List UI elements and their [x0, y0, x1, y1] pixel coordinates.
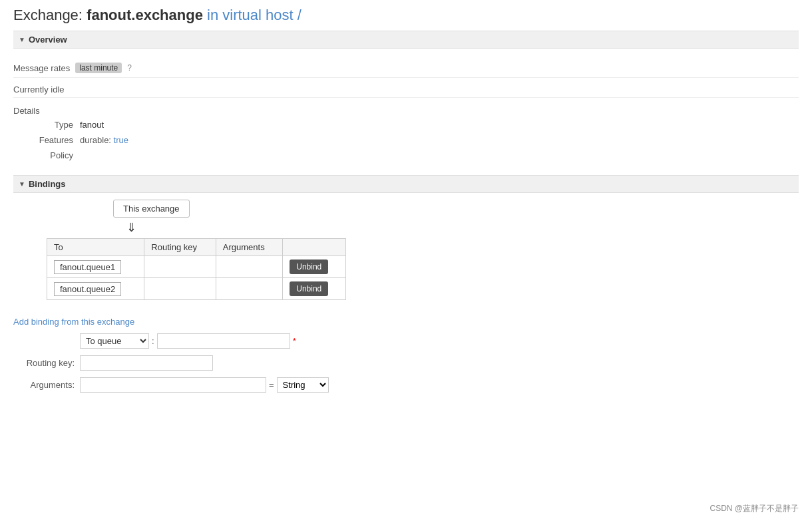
col-arguments: Arguments — [216, 239, 283, 256]
form-colon: : — [152, 336, 154, 346]
col-to: To — [47, 239, 144, 256]
features-label: durable: — [80, 135, 111, 145]
overview-content: Message rates last minute ? Currently id… — [13, 55, 799, 175]
this-exchange-button[interactable]: This exchange — [113, 200, 190, 218]
queue1-action-cell: Unbind — [283, 256, 346, 278]
type-value: fanout — [80, 120, 104, 130]
details-label: Details — [13, 106, 799, 116]
down-arrow-icon: ⇓ — [126, 220, 136, 235]
queue2-cell: fanout.queue2 — [47, 278, 144, 300]
equals-sign: = — [269, 380, 274, 390]
bindings-header-row: To Routing key Arguments — [47, 239, 346, 256]
routing-key-input[interactable] — [80, 355, 213, 371]
string-type-select[interactable]: String Number Boolean — [277, 377, 329, 393]
details-row-features: Features durable: true — [27, 135, 799, 145]
features-extra: true — [114, 135, 128, 145]
details-row-type: Type fanout — [27, 120, 799, 130]
routing-key-label: Routing key: — [20, 358, 80, 368]
title-prefix: Exchange: — [13, 7, 83, 23]
table-row: fanout.queue2 Unbind — [47, 278, 346, 300]
exchange-name: fanout.exchange — [87, 7, 203, 23]
queue2-arguments — [216, 278, 283, 300]
queue2-action-cell: Unbind — [283, 278, 346, 300]
col-action — [283, 239, 346, 256]
unbind-queue2-button[interactable]: Unbind — [290, 281, 328, 296]
details-table: Type fanout Features durable: true Polic… — [27, 120, 799, 160]
features-key: Features — [27, 135, 80, 145]
add-binding-title: Add binding from this exchange — [13, 317, 799, 327]
queue1-cell: fanout.queue1 — [47, 256, 144, 278]
add-binding-section: Add binding from this exchange To queue … — [13, 313, 799, 393]
bindings-table-header: To Routing key Arguments — [47, 239, 346, 256]
queue1-routing-key — [144, 256, 216, 278]
arguments-input[interactable] — [80, 377, 266, 393]
currently-idle-status: Currently idle — [13, 82, 799, 98]
queue1-name: fanout.queue1 — [54, 260, 121, 274]
details-row-policy: Policy — [27, 150, 799, 160]
destination-select[interactable]: To queue To exchange — [80, 333, 149, 349]
unbind-queue1-button[interactable]: Unbind — [290, 260, 328, 274]
help-icon[interactable]: ? — [127, 63, 132, 73]
bindings-table-body: fanout.queue1 Unbind fanout.queue2 U — [47, 256, 346, 300]
queue2-name: fanout.queue2 — [54, 282, 121, 296]
features-value: durable: true — [80, 135, 128, 145]
title-suffix: in virtual host / — [207, 7, 302, 23]
arguments-form-row: Arguments: = String Number Boolean — [20, 377, 799, 393]
page-container: Exchange: fanout.exchange in virtual hos… — [0, 0, 812, 406]
message-rates-label: Message rates — [13, 63, 70, 73]
destination-form-row: To queue To exchange : * — [20, 333, 799, 349]
bindings-section-title: Bindings — [29, 179, 66, 189]
message-rates-row: Message rates last minute ? — [13, 59, 799, 78]
bindings-content: This exchange ⇓ To Routing key Arguments… — [13, 200, 799, 300]
required-marker: * — [293, 336, 296, 346]
page-title: Exchange: fanout.exchange in virtual hos… — [13, 7, 799, 24]
overview-arrow-icon: ▼ — [19, 36, 25, 43]
destination-input[interactable] — [157, 333, 290, 349]
message-rates-badge[interactable]: last minute — [75, 63, 122, 73]
overview-section-header[interactable]: ▼ Overview — [13, 31, 799, 49]
this-exchange-container: This exchange ⇓ — [113, 200, 799, 235]
type-key: Type — [27, 120, 80, 130]
col-routing-key: Routing key — [144, 239, 216, 256]
policy-key: Policy — [27, 150, 80, 160]
routing-key-form-row: Routing key: — [20, 355, 799, 371]
bindings-arrow-icon: ▼ — [19, 180, 25, 188]
bindings-table: To Routing key Arguments fanout.queue1 U… — [47, 238, 346, 300]
overview-section-title: Overview — [29, 35, 67, 45]
queue1-arguments — [216, 256, 283, 278]
arguments-label: Arguments: — [20, 380, 80, 390]
table-row: fanout.queue1 Unbind — [47, 256, 346, 278]
bindings-section-header[interactable]: ▼ Bindings — [13, 175, 799, 193]
details-section: Details Type fanout Features durable: tr… — [13, 103, 799, 168]
status-text: Currently idle — [13, 85, 65, 94]
queue2-routing-key — [144, 278, 216, 300]
